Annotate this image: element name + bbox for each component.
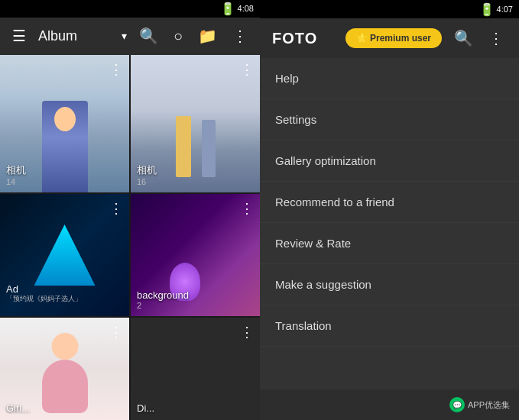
gallery-item-camera2[interactable]: 相机 16 ⋮: [131, 55, 260, 192]
menu-item-translation-label: Translation: [275, 319, 332, 332]
wifi-icon: ▼: [191, 2, 203, 15]
foto-status-icon: ■: [266, 2, 274, 16]
app-title: FOTO: [272, 30, 336, 47]
item-name-background: background: [137, 289, 189, 301]
item-label-camera1: 相机 14: [6, 163, 26, 186]
wechat-label: APP优选集: [468, 399, 510, 411]
search-icon[interactable]: 🔍: [136, 24, 161, 48]
item-more-ad[interactable]: ⋮: [109, 200, 123, 217]
circle-icon[interactable]: ○: [170, 24, 186, 48]
menu-item-translation[interactable]: Translation: [260, 305, 519, 347]
gallery-item-background[interactable]: background 2 ⋮: [131, 194, 260, 316]
toolbar-left: ☰ Album ▾ 🔍 ○ 📁 ⋮: [0, 18, 260, 55]
header-search-icon[interactable]: 🔍: [451, 26, 476, 50]
battery-icon-right: 🔋: [479, 2, 495, 17]
signal-icon: ▲: [206, 2, 218, 15]
item-name-girl: Girl...: [6, 402, 30, 414]
folder-icon[interactable]: 📁: [195, 24, 220, 48]
status-icons-left: ▼ ▲ 🔋 4:08: [191, 2, 254, 16]
wechat-badge: 💬 APP优选集: [449, 397, 510, 412]
wechat-icon: 💬: [449, 397, 465, 412]
battery-icon: 🔋: [220, 2, 235, 16]
item-label-background: background 2: [137, 289, 189, 310]
menu-item-suggestion[interactable]: Make a suggestion: [260, 264, 519, 305]
menu-item-settings[interactable]: Settings: [260, 99, 519, 141]
item-label-girl: Girl...: [6, 402, 30, 414]
premium-button[interactable]: ⭐ Premium user: [345, 28, 442, 48]
menu-items-list: Help Settings Gallery optimization Recom…: [260, 58, 519, 389]
item-more-background[interactable]: ⋮: [240, 200, 254, 217]
item-name-camera2: 相机: [137, 163, 157, 177]
right-panel: ■ ▼ ▲ 🔋 4:07 FOTO ⭐ Premium user 🔍 ⋮ Hel…: [260, 0, 519, 420]
bottom-bar: 💬 APP优选集: [260, 389, 519, 420]
item-name-camera1: 相机: [6, 163, 26, 177]
menu-item-settings-label: Settings: [275, 113, 316, 126]
item-more-camera1[interactable]: ⋮: [109, 61, 123, 78]
gallery-item-di[interactable]: Di... ⋮: [131, 318, 260, 420]
item-count-camera1: 14: [6, 177, 26, 186]
album-title: Album: [38, 28, 112, 44]
time-right: 4:07: [497, 5, 513, 14]
status-bar-left: ■ ▲ ▼ ▲ 🔋 4:08: [0, 0, 260, 18]
item-name-ad: Ad: [6, 283, 18, 295]
menu-item-recommend[interactable]: Recommend to a friend: [260, 182, 519, 223]
item-label-camera2: 相机 16: [137, 163, 157, 186]
status-icons-right: ▼ ▲ 🔋 4:07: [450, 2, 513, 17]
item-more-di[interactable]: ⋮: [240, 324, 254, 341]
menu-item-suggestion-label: Make a suggestion: [275, 278, 371, 291]
menu-item-recommend-label: Recommend to a friend: [275, 195, 394, 208]
menu-item-help[interactable]: Help: [260, 58, 519, 99]
menu-item-help-label: Help: [275, 72, 299, 85]
gallery-item-ad[interactable]: Ad 「预约观《妈妈子选人」 ⋮: [0, 194, 129, 316]
dropdown-arrow-icon[interactable]: ▾: [122, 30, 127, 42]
item-count-background: 2: [137, 301, 189, 310]
menu-header: FOTO ⭐ Premium user 🔍 ⋮: [260, 18, 519, 58]
header-more-icon[interactable]: ⋮: [485, 26, 507, 50]
status-bar-right: ■ ▼ ▲ 🔋 4:07: [260, 0, 519, 18]
item-sub-ad: 「预约观《妈妈子选人」: [6, 294, 82, 304]
menu-item-gallery-opt-label: Gallery optimization: [275, 154, 376, 167]
menu-item-review[interactable]: Review & Rate: [260, 223, 519, 264]
signal-icon-right: ▲: [465, 2, 477, 16]
time-left: 4:08: [238, 4, 254, 13]
item-more-girl[interactable]: ⋮: [109, 324, 123, 341]
gallery-item-girl[interactable]: Girl... ⋮: [0, 318, 129, 420]
more-icon-toolbar[interactable]: ⋮: [229, 24, 251, 48]
menu-item-review-label: Review & Rate: [275, 237, 351, 250]
gallery-grid: 相机 14 ⋮ 相机 16 ⋮ Ad 「预约观《妈妈子选人」 ⋮ backgro…: [0, 55, 260, 420]
item-label-di: Di...: [137, 402, 154, 414]
menu-item-gallery-opt[interactable]: Gallery optimization: [260, 141, 519, 182]
wifi-icon-right: ▼: [450, 2, 462, 16]
status-icon: ■ ▲: [6, 2, 29, 15]
item-name-di: Di...: [137, 402, 154, 414]
item-more-camera2[interactable]: ⋮: [240, 61, 254, 78]
gallery-item-camera1[interactable]: 相机 14 ⋮: [0, 55, 129, 192]
item-count-camera2: 16: [137, 177, 157, 186]
menu-icon[interactable]: ☰: [9, 24, 29, 48]
left-panel: ■ ▲ ▼ ▲ 🔋 4:08 ☰ Album ▾ 🔍 ○ 📁 ⋮ 相机 14 ⋮: [0, 0, 260, 420]
